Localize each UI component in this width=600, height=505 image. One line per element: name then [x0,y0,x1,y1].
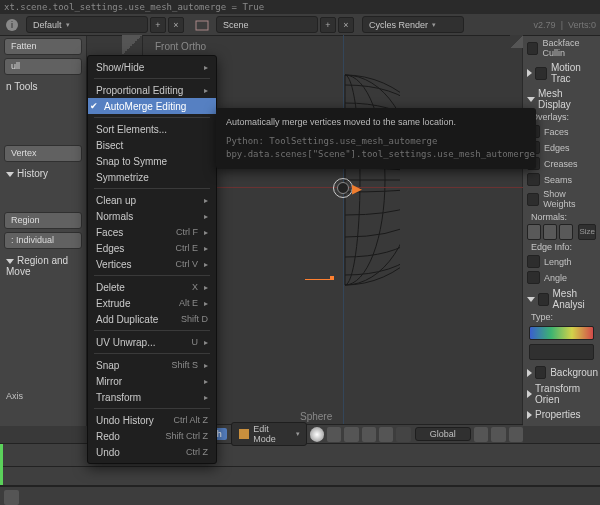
meshanaly-checkbox[interactable] [538,293,549,306]
check-icon: ✔ [90,101,98,111]
submenu-icon: ▸ [204,212,208,221]
snap-button[interactable] [491,427,505,442]
menu-uv[interactable]: UV Unwrap...U▸ [88,334,216,350]
expand-icon[interactable] [527,297,535,302]
menu-symmetrize[interactable]: Symmetrize [88,169,216,185]
info-icon[interactable]: i [4,17,20,33]
manipulator-button[interactable] [474,427,488,442]
scene-select[interactable]: Scene [216,16,318,33]
n-panel-grip-icon[interactable] [510,35,523,48]
scene-add-button[interactable]: + [320,17,336,33]
menu-transform[interactable]: Transform▸ [88,389,216,405]
submenu-icon: ▸ [204,377,208,386]
collapse-icon[interactable] [527,411,532,419]
collapse-icon[interactable] [527,69,532,77]
backface-label: Backface Cullin [542,38,596,58]
menu-normals[interactable]: Normals▸ [88,208,216,224]
loop-individual[interactable]: : Individual [4,232,82,249]
angle-label: Angle [544,273,567,283]
timeline-icon[interactable] [4,490,19,505]
timeline-ruler[interactable] [0,467,600,486]
svg-text:i: i [11,20,13,30]
mode-select[interactable]: Edit Mode ▾ [231,422,307,446]
motion-checkbox[interactable] [535,67,547,80]
chevron-down-icon: ▾ [432,21,436,29]
submenu-icon: ▸ [204,86,208,95]
shading-icon[interactable] [310,427,324,442]
submenu-icon: ▸ [204,361,208,370]
menu-undo[interactable]: UndoCtrl Z [88,444,216,460]
collapse-icon[interactable] [527,390,532,398]
menu-adddup[interactable]: Add DuplicateShift D [88,311,216,327]
limit-sel-button[interactable] [396,427,410,442]
menu-separator [94,408,210,409]
menu-vertices[interactable]: VerticesCtrl V▸ [88,256,216,272]
menu-faces[interactable]: FacesCtrl F▸ [88,224,216,240]
menu-snapsym[interactable]: Snap to Symme [88,153,216,169]
layout-select[interactable]: Default ▾ [26,16,148,33]
selected-edge [305,279,333,280]
angle-checkbox[interactable] [527,271,540,284]
bg-checkbox[interactable] [535,366,546,379]
expand-icon[interactable] [527,97,535,102]
normal-size-input[interactable]: Size [578,224,596,240]
analysis-range-input[interactable] [529,344,594,360]
mode-label: Edit Mode [253,424,291,444]
mesh-wireframe [190,65,400,295]
engine-label: Cycles Render [369,20,428,30]
menu-automerge[interactable]: ✔AutoMerge Editing [88,98,216,114]
menu-separator [94,78,210,79]
weights-checkbox[interactable] [527,193,539,206]
backface-checkbox[interactable] [527,42,538,55]
history-header: History [6,168,80,179]
overlays-label: Overlays: [531,112,600,122]
submenu-icon: ▸ [204,63,208,72]
layout-add-button[interactable]: + [150,17,166,33]
properties-label: Properties [535,409,581,420]
menu-separator [94,275,210,276]
seams-checkbox[interactable] [527,173,540,186]
orientation-select[interactable]: Global [415,427,471,441]
menu-redo[interactable]: RedoShift Ctrl Z [88,428,216,444]
python-console-line: xt.scene.tool_settings.use_mesh_automerg… [0,0,600,14]
scene-label: Scene [223,20,249,30]
normal-vertex-button[interactable] [527,224,541,240]
tool-pull[interactable]: ull [4,58,82,75]
normal-face-button[interactable] [559,224,573,240]
menu-mirror[interactable]: Mirror▸ [88,373,216,389]
axis-label: Axis [6,391,80,401]
menu-cleanup[interactable]: Clean up▸ [88,192,216,208]
menu-edges[interactable]: EdgesCtrl E▸ [88,240,216,256]
tooltip-path: bpy.data.scenes["Scene"].tool_settings.u… [226,148,526,161]
loop-region[interactable]: Region [4,212,82,229]
tooltip: Automatically merge vertices moved to th… [216,108,536,169]
cursor-3d-icon[interactable] [333,178,353,198]
engine-select[interactable]: Cycles Render ▾ [362,16,464,33]
menu-delete[interactable]: DeleteX▸ [88,279,216,295]
menu-showhide[interactable]: Show/Hide▸ [88,59,216,75]
sel-vertex-button[interactable] [344,427,358,442]
tool-fatten[interactable]: Fatten [4,38,82,55]
scene-del-button[interactable]: × [338,17,354,33]
proportional-button[interactable] [509,427,523,442]
menu-separator [94,353,210,354]
tool-vertex[interactable]: Vertex [4,145,82,162]
menu-proportional[interactable]: Proportional Editing▸ [88,82,216,98]
tool-shelf-header: n Tools [6,81,80,92]
menu-bisect[interactable]: Bisect [88,137,216,153]
menu-extrude[interactable]: ExtrudeAlt E▸ [88,295,216,311]
sel-face-button[interactable] [379,427,393,442]
manipulator-x-arrow[interactable]: ▶ [352,181,362,196]
layout-del-button[interactable]: × [168,17,184,33]
normal-loop-button[interactable] [543,224,557,240]
menu-snap[interactable]: SnapShift S▸ [88,357,216,373]
motion-label: Motion Trac [551,62,598,84]
scene-icon[interactable] [194,17,210,33]
region-handle-icon[interactable] [122,35,143,55]
menu-sort[interactable]: Sort Elements... [88,121,216,137]
sel-edge-button[interactable] [362,427,376,442]
menu-undohist[interactable]: Undo HistoryCtrl Alt Z [88,412,216,428]
pivot-icon[interactable] [327,427,341,442]
collapse-icon[interactable] [527,369,532,377]
length-checkbox[interactable] [527,255,540,268]
